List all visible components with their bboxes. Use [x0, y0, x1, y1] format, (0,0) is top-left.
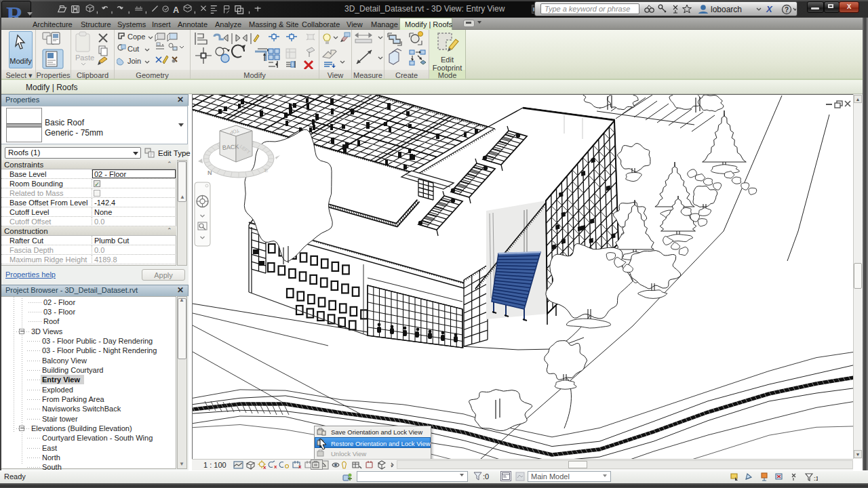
svg-text:Cope: Cope: [127, 33, 145, 41]
svg-text::1: :1: [814, 475, 818, 482]
svg-text:Join: Join: [127, 57, 141, 65]
svg-text:Cut: Cut: [127, 45, 139, 53]
svg-text:BACK: BACK: [222, 143, 239, 151]
svg-text:N: N: [208, 169, 212, 176]
svg-text:A: A: [173, 5, 179, 15]
svg-text:loboarch: loboarch: [711, 5, 742, 14]
svg-text:E: E: [264, 167, 268, 174]
svg-text:Paste: Paste: [75, 54, 94, 62]
svg-text:x: x: [263, 464, 267, 470]
svg-text:X: X: [766, 4, 773, 14]
svg-text:x: x: [274, 464, 277, 470]
svg-text:x: x: [298, 464, 302, 470]
svg-text:?: ?: [785, 6, 789, 14]
